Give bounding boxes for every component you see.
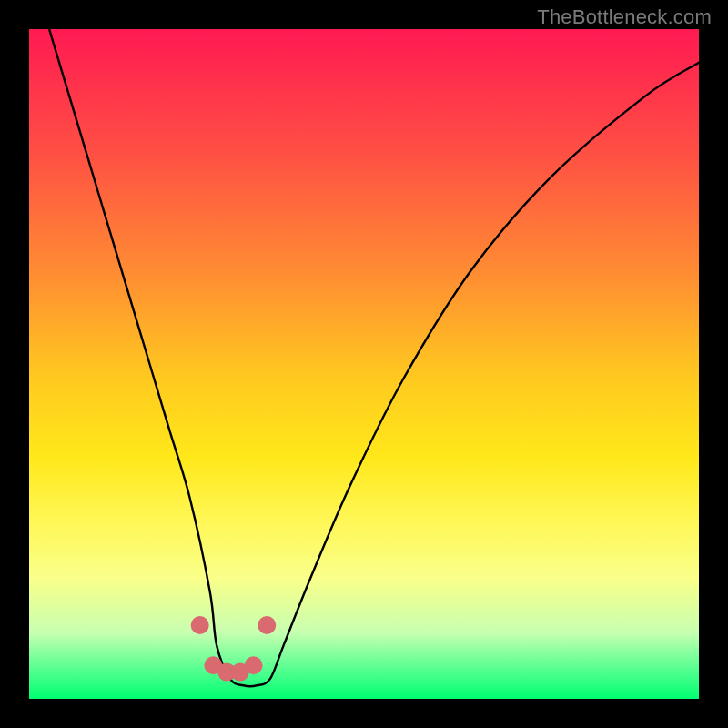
watermark-text: TheBottleneck.com — [537, 5, 712, 29]
bottleneck-chart — [29, 29, 699, 699]
marker-dots-group — [191, 616, 277, 682]
bottleneck-curve-path — [49, 29, 699, 686]
marker-dot — [245, 656, 263, 674]
marker-dot — [258, 616, 276, 634]
chart-area — [29, 29, 699, 699]
marker-dot — [191, 616, 209, 634]
